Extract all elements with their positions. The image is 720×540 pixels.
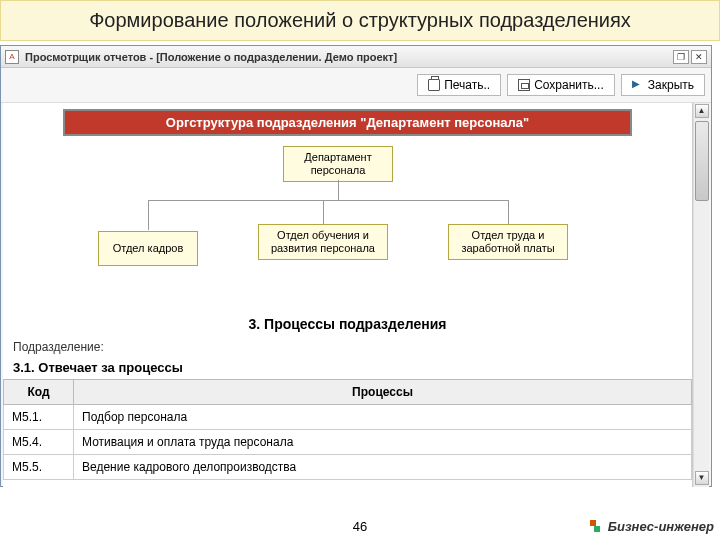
app-icon: А (5, 50, 19, 64)
scroll-down-arrow[interactable]: ▼ (695, 471, 709, 485)
org-node-child: Отдел обучения и развития персонала (258, 224, 388, 260)
table-row: М5.5. Ведение кадрового делопроизводства (4, 455, 692, 480)
close-icon (632, 79, 644, 91)
connector (148, 200, 149, 230)
save-label: Сохранить... (534, 78, 604, 92)
print-label: Печать.. (444, 78, 490, 92)
connector (508, 200, 509, 224)
close-label: Закрыть (648, 78, 694, 92)
table-row: М5.4. Мотивация и оплата труда персонала (4, 430, 692, 455)
table-header-row: Код Процессы (4, 380, 692, 405)
report-content: Оргструктура подразделения "Департамент … (3, 103, 693, 487)
app-window: А Просмотрщик отчетов - [Положение о под… (0, 45, 712, 487)
connector (148, 200, 508, 201)
brand-text: Бизнес-инженер (608, 519, 714, 534)
col-code: Код (4, 380, 74, 405)
table-row: М5.1. Подбор персонала (4, 405, 692, 430)
org-chart-title: Оргструктура подразделения "Департамент … (63, 109, 632, 136)
cell-code: М5.1. (4, 405, 74, 430)
window-title: Просмотрщик отчетов - [Положение о подра… (25, 51, 671, 63)
cell-proc: Ведение кадрового делопроизводства (74, 455, 692, 480)
save-icon (518, 79, 530, 91)
page-number: 46 (353, 519, 367, 534)
restore-button[interactable]: ❐ (673, 50, 689, 64)
cell-code: М5.4. (4, 430, 74, 455)
scroll-up-arrow[interactable]: ▲ (695, 104, 709, 118)
col-process: Процессы (74, 380, 692, 405)
subsection-heading: 3.1. Отвечает за процессы (3, 356, 692, 379)
process-table: Код Процессы М5.1. Подбор персонала М5.4… (3, 379, 692, 480)
report-viewport: Оргструктура подразделения "Департамент … (3, 103, 709, 487)
connector (338, 180, 339, 200)
brand: Бизнес-инженер (590, 519, 714, 534)
slide-footer: 46 Бизнес-инженер (0, 519, 720, 534)
scroll-thumb[interactable] (695, 121, 709, 201)
brand-logo-icon (590, 520, 604, 534)
org-node-child: Отдел кадров (98, 231, 198, 266)
cell-proc: Мотивация и оплата труда персонала (74, 430, 692, 455)
cell-proc: Подбор персонала (74, 405, 692, 430)
org-chart: Департамент персонала Отдел кадров Отдел… (3, 146, 692, 306)
slide-title: Формирование положений о структурных под… (0, 0, 720, 41)
window-titlebar: А Просмотрщик отчетов - [Положение о под… (1, 46, 711, 68)
section-heading: 3. Процессы подразделения (3, 316, 692, 332)
org-node-root: Департамент персонала (283, 146, 393, 182)
vertical-scrollbar[interactable]: ▲ ▼ (693, 103, 709, 487)
close-button[interactable]: Закрыть (621, 74, 705, 96)
close-window-button[interactable]: ✕ (691, 50, 707, 64)
print-button[interactable]: Печать.. (417, 74, 501, 96)
subdivision-label: Подразделение: (3, 338, 692, 356)
save-button[interactable]: Сохранить... (507, 74, 615, 96)
toolbar: Печать.. Сохранить... Закрыть (1, 68, 711, 103)
cell-code: М5.5. (4, 455, 74, 480)
org-node-child: Отдел труда и заработной платы (448, 224, 568, 260)
connector (323, 200, 324, 224)
printer-icon (428, 79, 440, 91)
